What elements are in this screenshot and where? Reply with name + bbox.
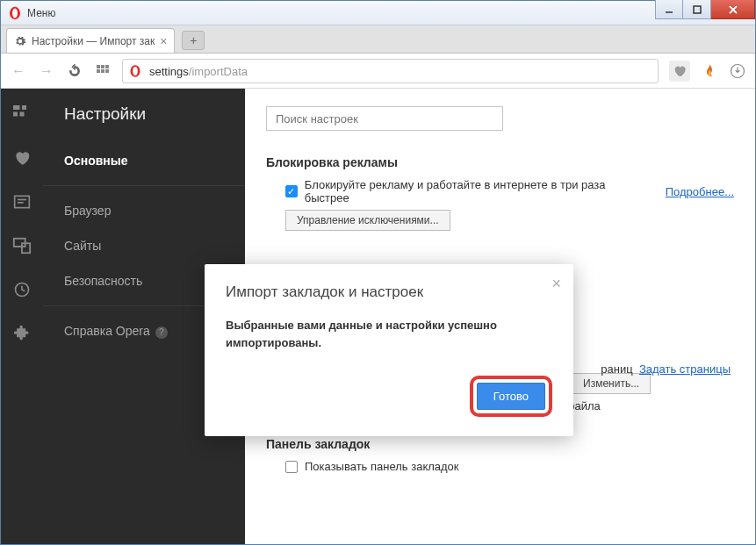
modal-body-text: Выбранные вами данные и настройки успешн…: [226, 317, 552, 351]
reload-button[interactable]: [66, 62, 83, 80]
divider: [43, 185, 245, 186]
svg-rect-6: [97, 65, 100, 68]
opera-window: Меню Настройки — Импорт зак × + ← → sett…: [0, 0, 756, 545]
close-button[interactable]: [711, 0, 755, 19]
download-change-button[interactable]: Изменить...: [572, 373, 651, 394]
toolbar: ← → settings/importData: [1, 54, 755, 89]
bookmark-heart-button[interactable]: [669, 61, 690, 82]
sidebar-item-basic[interactable]: Основные: [43, 143, 245, 178]
back-button[interactable]: ←: [10, 62, 27, 80]
modal-footer: Готово: [226, 376, 552, 417]
highlight-ring: Готово: [470, 376, 552, 417]
section-bookmarksbar-title: Панель закладок: [266, 437, 734, 451]
rail-bookmarks-icon[interactable]: [12, 148, 32, 168]
address-bar[interactable]: settings/importData: [122, 59, 659, 83]
adblock-row: ✓ Блокируйте рекламу и работайте в интер…: [285, 178, 734, 204]
set-pages-link[interactable]: Задать страницы: [639, 362, 731, 376]
sidebar-item-browser[interactable]: Браузер: [43, 193, 245, 228]
minimize-button[interactable]: [655, 0, 683, 19]
opera-logo-icon: [8, 6, 22, 20]
import-done-modal: × Импорт закладок и настроек Выбранные в…: [205, 264, 573, 436]
speed-dial-button[interactable]: [94, 62, 112, 80]
svg-rect-18: [20, 112, 25, 117]
gear-icon: [14, 35, 26, 47]
extension-flame-icon[interactable]: [701, 62, 718, 80]
help-icon: ?: [155, 326, 168, 339]
svg-point-1: [12, 8, 18, 18]
svg-rect-8: [105, 65, 109, 68]
bookmarksbar-label: Показывать панель закладок: [305, 460, 459, 473]
tab-close-icon[interactable]: ×: [160, 35, 167, 47]
bookmarksbar-row: Показывать панель закладок: [285, 460, 734, 473]
tab-title: Настройки — Импорт зак: [32, 35, 155, 47]
adblock-manage-row: Управление исключениями...: [285, 210, 734, 231]
forward-button[interactable]: →: [38, 62, 55, 80]
adblock-label: Блокируйте рекламу и работайте в интерне…: [305, 178, 648, 204]
bookmarksbar-checkbox[interactable]: [285, 461, 298, 473]
svg-rect-22: [14, 239, 25, 247]
adblock-more-link[interactable]: Подробнее...: [666, 185, 734, 198]
svg-point-13: [133, 67, 138, 75]
titlebar: Меню: [1, 1, 755, 25]
page-title: Настройки: [43, 104, 245, 143]
svg-rect-9: [97, 69, 100, 73]
rail-history-icon[interactable]: [12, 280, 32, 299]
sidebar-help-label: Справка Opera: [64, 324, 150, 338]
rail-speed-dial-icon[interactable]: [12, 104, 32, 124]
window-controls: [655, 0, 755, 19]
manage-exceptions-button[interactable]: Управление исключениями...: [285, 210, 450, 231]
svg-rect-15: [13, 105, 20, 110]
svg-rect-3: [694, 6, 701, 13]
url-host: settings: [149, 65, 189, 78]
url-path: /importData: [189, 65, 248, 78]
sidebar-item-sites[interactable]: Сайты: [43, 228, 245, 263]
rail-news-icon[interactable]: [12, 192, 32, 212]
tab-settings[interactable]: Настройки — Импорт зак ×: [6, 28, 175, 53]
done-button[interactable]: Готово: [477, 383, 545, 410]
svg-rect-16: [22, 105, 26, 110]
svg-rect-17: [13, 112, 18, 117]
icon-rail: [1, 89, 43, 544]
startup-pages-fragment: раниц Задать страницы: [601, 362, 731, 376]
tab-strip: Настройки — Импорт зак × +: [1, 25, 755, 54]
svg-rect-11: [105, 69, 109, 73]
maximize-button[interactable]: [683, 0, 711, 19]
menu-label[interactable]: Меню: [27, 7, 55, 19]
downloads-button[interactable]: [729, 62, 746, 80]
opera-badge-icon: [128, 64, 142, 78]
search-settings-input[interactable]: [266, 106, 503, 131]
modal-title: Импорт закладок и настроек: [226, 283, 552, 301]
rail-sync-icon[interactable]: [12, 236, 32, 255]
svg-rect-7: [101, 65, 104, 68]
new-tab-button[interactable]: +: [182, 31, 205, 50]
svg-rect-10: [101, 69, 104, 73]
rail-extensions-icon[interactable]: [12, 324, 32, 343]
modal-close-button[interactable]: ×: [551, 275, 561, 293]
section-adblock-title: Блокировка рекламы: [266, 155, 734, 169]
adblock-checkbox[interactable]: ✓: [285, 185, 298, 197]
content-area: Настройки Основные Браузер Сайты Безопас…: [1, 89, 755, 544]
